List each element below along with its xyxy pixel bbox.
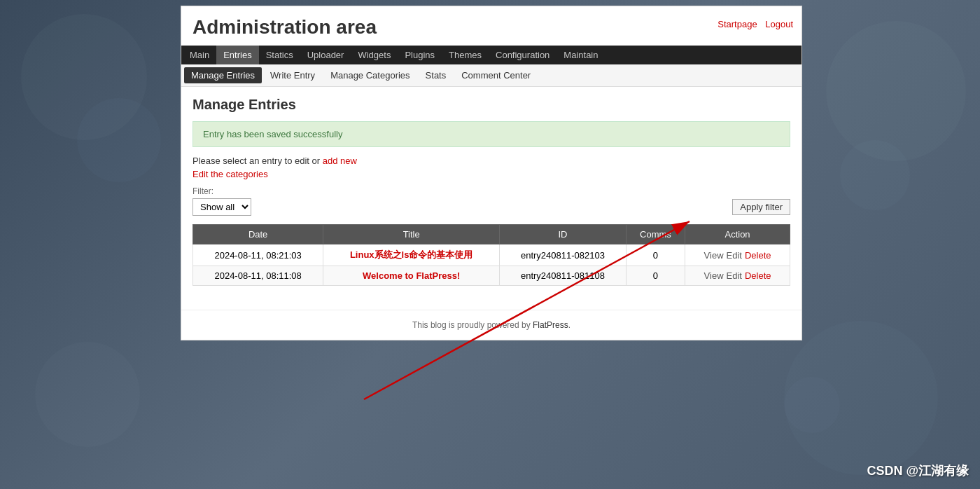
entry-title-link[interactable]: Welcome to FlatPress! <box>363 270 460 281</box>
action-view[interactable]: View <box>704 250 724 261</box>
bg-circle-3 <box>826 21 966 161</box>
entry-comms: 0 <box>626 266 685 286</box>
apply-filter-button[interactable]: Apply filter <box>732 199 790 215</box>
edit-categories-link[interactable]: Edit the categories <box>192 169 790 179</box>
admin-panel: Startpage Logout Administration area Mai… <box>181 6 802 340</box>
entry-date: 2024-08-11, 08:21:03 <box>193 245 323 266</box>
page-title: Administration area <box>181 6 802 46</box>
bg-circle-2 <box>77 98 161 182</box>
entry-id: entry240811-081108 <box>500 266 626 286</box>
nav-widgets[interactable]: Widgets <box>351 46 398 64</box>
nav-entries[interactable]: Entries <box>216 46 258 64</box>
nav-configuration[interactable]: Configuration <box>489 46 556 64</box>
nav-plugins[interactable]: Plugins <box>398 46 442 64</box>
action-edit[interactable]: Edit <box>727 250 742 261</box>
entries-table: Date Title ID Comms Action 2024-08-11, 0… <box>192 224 790 286</box>
flatpress-link[interactable]: FlatPress <box>533 320 568 330</box>
col-date: Date <box>193 225 323 245</box>
nav-uploader[interactable]: Uploader <box>300 46 351 64</box>
bg-circle-4 <box>840 140 910 210</box>
entry-title-link[interactable]: Linux系统之ls命令的基本使用 <box>350 249 473 260</box>
bg-circle-7 <box>784 321 938 475</box>
subnav-write-entry[interactable]: Write Entry <box>263 67 322 83</box>
secondary-nav: Manage Entries Write Entry Manage Catego… <box>181 64 802 87</box>
subnav-manage-categories[interactable]: Manage Categories <box>323 67 416 83</box>
add-new-link[interactable]: add new <box>323 156 357 166</box>
table-row: 2024-08-11, 08:11:08Welcome to FlatPress… <box>193 266 790 286</box>
nav-maintain[interactable]: Maintain <box>556 46 605 64</box>
action-delete[interactable]: Delete <box>745 270 771 281</box>
success-message: Entry has been saved successfully <box>192 121 790 147</box>
col-comms: Comms <box>626 225 685 245</box>
col-id: ID <box>500 225 626 245</box>
subnav-stats[interactable]: Stats <box>419 67 454 83</box>
top-links: Startpage Logout <box>712 19 793 29</box>
action-delete[interactable]: Delete <box>745 250 771 261</box>
entry-comms: 0 <box>626 245 685 266</box>
entry-date: 2024-08-11, 08:11:08 <box>193 266 323 286</box>
nav-statics[interactable]: Statics <box>259 46 300 64</box>
startpage-link[interactable]: Startpage <box>718 19 757 29</box>
nav-main[interactable]: Main <box>183 46 216 64</box>
nav-themes[interactable]: Themes <box>442 46 489 64</box>
subnav-manage-entries[interactable]: Manage Entries <box>184 67 262 83</box>
filter-label: Filter: <box>192 186 790 196</box>
logout-link[interactable]: Logout <box>765 19 793 29</box>
entry-actions: ViewEditDelete <box>685 245 790 266</box>
filter-row: Show all Apply filter <box>192 198 790 216</box>
bg-circle-5 <box>35 342 140 447</box>
content-heading: Manage Entries <box>192 97 790 113</box>
main-content: Manage Entries Entry has been saved succ… <box>181 87 802 296</box>
entry-id: entry240811-082103 <box>500 245 626 266</box>
col-action: Action <box>685 225 790 245</box>
col-title: Title <box>323 225 500 245</box>
info-text: Please select an entry to edit or add ne… <box>192 156 790 166</box>
action-view[interactable]: View <box>704 270 724 281</box>
entry-title: Linux系统之ls命令的基本使用 <box>323 245 500 266</box>
filter-select[interactable]: Show all <box>192 198 251 216</box>
subnav-comment-center[interactable]: Comment Center <box>454 67 538 83</box>
entry-actions: ViewEditDelete <box>685 266 790 286</box>
action-edit[interactable]: Edit <box>727 270 742 281</box>
primary-nav: Main Entries Statics Uploader Widgets Pl… <box>181 46 802 64</box>
table-row: 2024-08-11, 08:21:03Linux系统之ls命令的基本使用ent… <box>193 245 790 266</box>
csdn-watermark: CSDN @江湖有缘 <box>867 462 969 479</box>
page-footer: This blog is proudly powered by FlatPres… <box>181 310 802 340</box>
entry-title: Welcome to FlatPress! <box>323 266 500 286</box>
